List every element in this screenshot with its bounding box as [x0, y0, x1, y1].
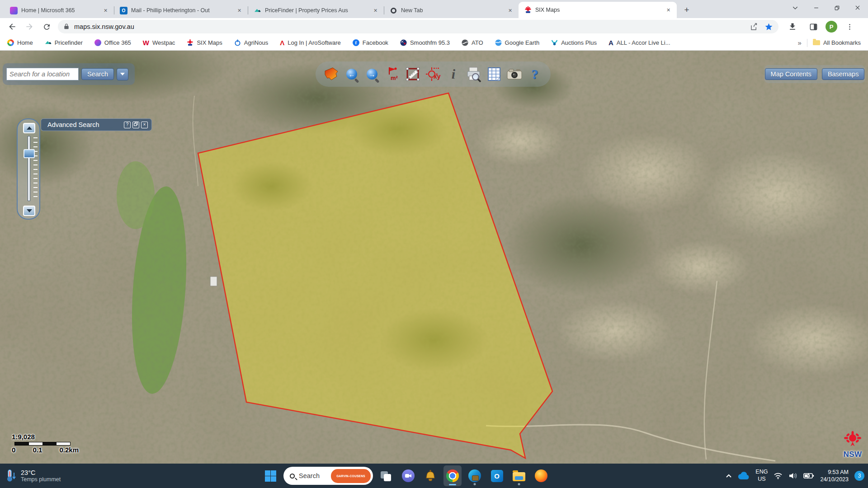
- edge-app-button[interactable]: [466, 465, 484, 486]
- folder-icon: [813, 40, 820, 45]
- bell-app-button[interactable]: [421, 465, 439, 486]
- window-restore-button[interactable]: [826, 0, 847, 15]
- zoom-to-nsw-extent-icon[interactable]: [322, 65, 340, 84]
- taskbar-search[interactable]: Search GARVIN-COUSENS: [283, 467, 373, 485]
- location-search-button[interactable]: Search: [81, 68, 114, 80]
- tab-new-tab[interactable]: New Tab ×: [384, 3, 519, 18]
- tab-close-icon[interactable]: ×: [102, 7, 109, 14]
- url-text[interactable]: maps.six.nsw.gov.au: [74, 23, 750, 30]
- panel-restore-icon[interactable]: [132, 122, 139, 128]
- location-search-input[interactable]: [6, 68, 79, 80]
- teams-chat-icon: [402, 469, 415, 482]
- browser-tab-strip: Home | Microsoft 365 × O Mail - Phillip …: [0, 0, 868, 18]
- print-map-icon[interactable]: [465, 65, 483, 84]
- identify-icon[interactable]: i: [444, 65, 462, 84]
- running-app-indicator: [474, 483, 476, 485]
- map-canvas[interactable]: Search ← → m²: [0, 51, 868, 464]
- smoothfm-icon: [400, 39, 407, 46]
- file-explorer-button[interactable]: [510, 465, 528, 486]
- measure-area-icon[interactable]: m²: [383, 65, 401, 84]
- basemaps-button[interactable]: Basemaps: [822, 68, 865, 80]
- start-button[interactable]: [261, 465, 279, 486]
- bookmark-agrinous[interactable]: AgriNous: [234, 39, 268, 46]
- tab-close-icon[interactable]: ×: [665, 6, 672, 14]
- bookmark-google-earth[interactable]: Google Earth: [495, 39, 540, 46]
- battery-icon[interactable]: [803, 473, 814, 479]
- measure-distance-icon[interactable]: [404, 65, 422, 84]
- nsw-logo-text: NSW: [839, 450, 866, 459]
- window-minimize-button[interactable]: [806, 0, 826, 15]
- map-snapshot-icon[interactable]: [505, 65, 524, 84]
- bookmark-facebook[interactable]: f Facebook: [353, 39, 388, 46]
- bookmark-westpac[interactable]: W Westpac: [143, 39, 175, 47]
- tab-mail-outlook[interactable]: O Mail - Phillip Hetherington - Out ×: [114, 3, 248, 18]
- nsw-government-logo: NSW: [839, 431, 866, 459]
- nsw-waratah-icon: [187, 39, 193, 46]
- bookmark-home[interactable]: Home: [7, 39, 33, 46]
- zoom-out-button[interactable]: [23, 206, 35, 216]
- tab-search-chevron-icon[interactable]: [785, 0, 806, 15]
- volume-icon[interactable]: [788, 472, 797, 479]
- zoom-slider-handle[interactable]: [24, 149, 35, 158]
- go-to-xy-coordinates-icon[interactable]: xy: [424, 65, 442, 84]
- new-tab-button[interactable]: +: [680, 4, 693, 16]
- search-icon: [290, 474, 295, 479]
- weather-widget[interactable]: 23°C Temps plummet: [5, 464, 61, 488]
- onedrive-icon[interactable]: [738, 472, 750, 480]
- tab-six-maps[interactable]: SIX Maps ×: [519, 2, 677, 18]
- bookmark-accor[interactable]: A ALL - Accor Live Li...: [609, 39, 670, 47]
- bookmarks-overflow-chevron[interactable]: »: [798, 39, 802, 47]
- all-bookmarks-button[interactable]: All Bookmarks: [813, 39, 861, 46]
- omnibox[interactable]: maps.six.nsw.gov.au: [58, 20, 778, 33]
- browser-toolbar: maps.six.nsw.gov.au P: [0, 18, 868, 35]
- panel-help-icon[interactable]: ?: [124, 122, 131, 128]
- profile-avatar[interactable]: P: [826, 21, 837, 33]
- bookmark-auctions-plus[interactable]: Auctions Plus: [551, 39, 597, 46]
- map-contents-button[interactable]: Map Contents: [765, 68, 817, 80]
- chrome-app-button[interactable]: [443, 465, 462, 486]
- firefox-app-button[interactable]: [532, 465, 550, 486]
- notification-badge[interactable]: 3: [854, 471, 864, 481]
- task-view-button[interactable]: [377, 465, 395, 486]
- side-panel-icon[interactable]: [806, 19, 821, 34]
- tab-close-icon[interactable]: ×: [372, 7, 379, 14]
- tab-close-icon[interactable]: ×: [236, 7, 243, 14]
- panel-close-icon[interactable]: ×: [141, 122, 148, 128]
- tray-overflow-chevron[interactable]: [726, 474, 732, 478]
- bookmark-star-icon[interactable]: [764, 23, 773, 31]
- facebook-icon: f: [353, 39, 359, 46]
- back-button[interactable]: [5, 19, 19, 34]
- zoom-next-icon[interactable]: →: [363, 65, 381, 84]
- zoom-previous-icon[interactable]: ←: [343, 65, 361, 84]
- tab-pricefinder[interactable]: PriceFinder | Property Prices Aus ×: [248, 3, 384, 18]
- reload-button[interactable]: [39, 19, 54, 34]
- firefox-icon: [535, 469, 547, 482]
- caret-down-icon: [120, 73, 125, 75]
- bookmark-ato[interactable]: ATO: [462, 39, 483, 46]
- tab-home-microsoft-365[interactable]: Home | Microsoft 365 ×: [5, 3, 114, 18]
- share-icon[interactable]: [750, 23, 758, 31]
- zoom-slider-ticks: [33, 137, 38, 200]
- outlook-app-button[interactable]: O: [488, 465, 506, 486]
- attribute-table-icon[interactable]: [485, 65, 503, 84]
- bookmark-six-maps[interactable]: SIX Maps: [187, 39, 222, 46]
- bookmark-arosoftware[interactable]: Λ Log In | AroSoftware: [280, 39, 341, 47]
- window-close-button[interactable]: [847, 0, 868, 15]
- tab-close-icon[interactable]: ×: [506, 7, 514, 14]
- clock-date: 24/10/2023: [820, 476, 849, 483]
- clock-widget[interactable]: 9:53 AM 24/10/2023: [820, 469, 849, 483]
- advanced-search-panel[interactable]: Advanced Search ? ×: [41, 118, 152, 131]
- zoom-in-button[interactable]: [23, 123, 35, 133]
- language-indicator[interactable]: ENG US: [755, 469, 768, 483]
- teams-chat-button[interactable]: [399, 465, 417, 486]
- browser-menu-icon[interactable]: [842, 19, 857, 34]
- bookmark-office-365[interactable]: Office 365: [94, 39, 131, 46]
- download-icon[interactable]: [785, 19, 800, 34]
- forward-button[interactable]: [22, 19, 37, 34]
- bookmark-pricefinder[interactable]: Pricefinder: [45, 39, 83, 46]
- help-icon[interactable]: ?: [526, 65, 544, 84]
- wifi-icon[interactable]: [774, 472, 783, 479]
- zoom-slider-track[interactable]: [28, 136, 30, 201]
- search-options-dropdown[interactable]: [117, 68, 128, 80]
- bookmark-smoothfm[interactable]: Smoothfm 95.3: [400, 39, 450, 46]
